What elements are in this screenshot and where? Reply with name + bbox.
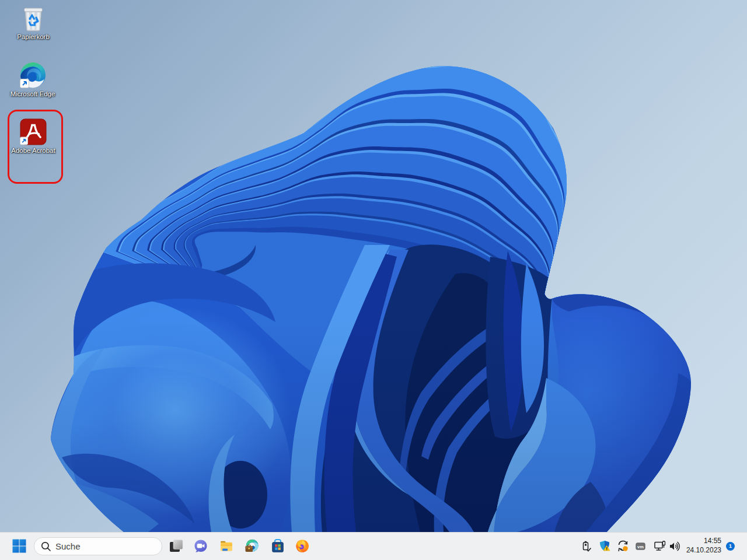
svg-text:vm: vm (637, 544, 644, 550)
